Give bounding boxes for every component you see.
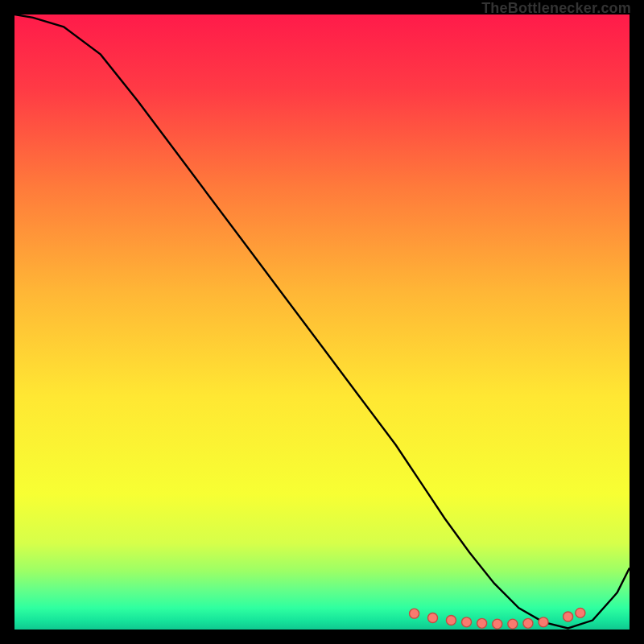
plot-area [14,14,630,630]
attribution-label: TheBottlenecker.com [481,0,631,17]
data-point [564,612,573,621]
chart-svg [14,14,630,630]
data-point [493,619,502,629]
data-point [576,608,585,617]
data-point [410,609,419,618]
data-point [508,619,518,629]
chart-frame: TheBottlenecker.com [0,0,644,644]
data-point [428,613,438,622]
data-point [539,617,548,627]
data-point [462,617,472,627]
data-point [446,616,456,625]
data-point [523,618,533,628]
data-point [477,618,487,628]
gradient-background [14,14,630,630]
